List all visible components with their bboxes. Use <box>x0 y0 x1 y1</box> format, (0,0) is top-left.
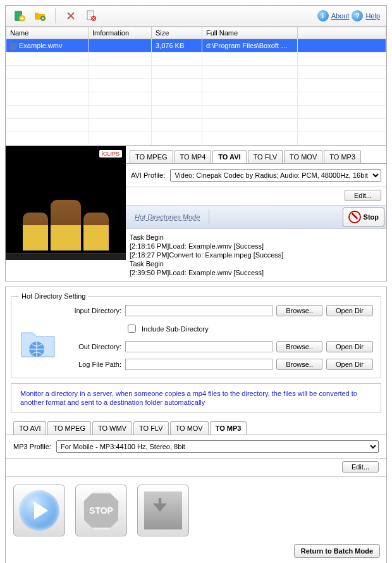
input-browse-button[interactable]: Browse.. <box>276 305 322 316</box>
output-big-button[interactable] <box>137 485 189 536</box>
return-batch-button[interactable]: Return to Batch Mode <box>294 544 380 558</box>
format-tabs: TO MPEGTO MP4TO AVITO FLVTO MOVTO MP3 <box>126 146 386 164</box>
film-plus-icon <box>13 9 26 22</box>
info-note: Monitor a directory in a server, when so… <box>11 383 381 412</box>
help-icon: ? <box>352 10 363 22</box>
toolbar: i About ? Help <box>6 6 386 27</box>
stop-icon <box>348 211 361 223</box>
preview-area: iCLIPS TO MPEGTO MP4TO AVITO FLVTO MOVTO… <box>6 145 386 281</box>
table-row[interactable]: Example.wmv3,076 KBd:\Program Files\Boxo… <box>6 39 386 53</box>
hot-directories-mode-button[interactable]: Hot Directories Mode <box>126 209 209 225</box>
profile-label: AVI Profile: <box>131 171 165 179</box>
about-link[interactable]: About <box>331 12 350 20</box>
watermark: iCLIPS <box>99 150 122 158</box>
log-path-field[interactable] <box>125 359 273 370</box>
play-big-button[interactable] <box>13 485 65 536</box>
clear-button[interactable] <box>81 8 101 23</box>
hot-directory-window: Hot Directory Setting Input Directory: B… <box>5 287 387 563</box>
tab-to-mpeg[interactable]: TO MPEG <box>130 150 173 163</box>
table-row[interactable] <box>6 132 386 145</box>
tab-to-flv[interactable]: TO FLV <box>248 150 283 163</box>
input-dir-field[interactable] <box>125 305 273 316</box>
video-preview[interactable]: iCLIPS <box>6 146 126 260</box>
folder-plus-icon <box>34 9 46 22</box>
column-header[interactable]: Name <box>6 27 89 39</box>
tab-to-mp3[interactable]: TO MP3 <box>324 150 361 163</box>
tab-to-mpeg[interactable]: TO MPEG <box>47 421 91 435</box>
format-tabs-2: TO AVITO MPEGTO WMVTO FLVTO MOVTO MP3 <box>6 418 386 435</box>
document-x-icon <box>85 9 97 22</box>
out-dir-field[interactable] <box>125 341 273 352</box>
table-row[interactable] <box>6 119 386 132</box>
profile-label-2: MP3 Profile: <box>13 443 51 450</box>
toolbar-separator <box>55 8 56 23</box>
out-open-button[interactable]: Open Dir <box>326 341 373 352</box>
column-header[interactable]: Imformation <box>89 27 152 39</box>
column-header[interactable]: Size <box>152 27 202 39</box>
help-link[interactable]: Help <box>365 12 380 20</box>
down-arrow-box-icon <box>144 492 182 529</box>
add-folder-button[interactable] <box>30 8 50 23</box>
table-row[interactable] <box>6 92 386 106</box>
edit-profile-button[interactable]: Edit... <box>345 190 381 201</box>
include-sub-label: Include Sub-Directory <box>142 325 209 333</box>
input-dir-label: Input Directory: <box>64 307 121 314</box>
tab-to-avi[interactable]: TO AVI <box>212 150 246 163</box>
log-path-label: Log File Path: <box>64 361 121 368</box>
input-open-button[interactable]: Open Dir <box>326 305 373 316</box>
about-icon: i <box>317 10 329 22</box>
folder-globe-icon <box>19 324 57 362</box>
log-open-button[interactable]: Open Dir <box>326 359 373 370</box>
column-header[interactable] <box>298 27 386 39</box>
stop-big-button[interactable]: STOP <box>75 485 127 536</box>
preview-progress[interactable] <box>6 253 126 260</box>
tab-to-avi[interactable]: TO AVI <box>13 421 46 435</box>
tab-to-wmv[interactable]: TO WMV <box>92 421 132 435</box>
fieldset-legend: Hot Directory Setting <box>19 292 88 300</box>
log-output: Task Begin [2:18:16 PM]Load: Example.wmv… <box>126 229 386 281</box>
delete-button[interactable] <box>61 8 81 23</box>
include-sub-checkbox[interactable] <box>128 325 136 333</box>
out-dir-label: Out Directory: <box>64 343 121 350</box>
file-table: NameImformationSizeFull Name Example.wmv… <box>6 27 386 145</box>
tab-to-flv[interactable]: TO FLV <box>133 421 169 435</box>
tab-to-mov[interactable]: TO MOV <box>170 421 209 435</box>
tab-to-mov[interactable]: TO MOV <box>284 150 322 163</box>
tab-to-mp3[interactable]: TO MP3 <box>210 421 247 435</box>
delete-icon <box>64 9 77 22</box>
hot-directory-fieldset: Hot Directory Setting Input Directory: B… <box>11 292 381 378</box>
edit-profile-button-2[interactable]: Edit... <box>342 461 379 473</box>
stop-button[interactable]: Stop <box>343 207 384 226</box>
table-row[interactable] <box>6 106 386 119</box>
table-row[interactable] <box>6 79 386 92</box>
main-window: i About ? Help NameImformationSizeFull N… <box>5 5 387 282</box>
profile-select[interactable]: Video: Cinepak Codec by Radius; Audio: P… <box>170 169 381 182</box>
table-row[interactable] <box>6 53 386 66</box>
out-browse-button[interactable]: Browse.. <box>276 341 322 352</box>
play-icon <box>19 490 59 531</box>
log-browse-button[interactable]: Browse.. <box>276 359 322 370</box>
add-file-button[interactable] <box>9 8 30 23</box>
stop-sign-icon: STOP <box>82 492 120 529</box>
profile-select-2[interactable]: For Mobile - MP3:44100 Hz, Stereo, 8bit <box>56 440 379 453</box>
column-header[interactable]: Full Name <box>202 27 298 39</box>
tab-to-mp4[interactable]: TO MP4 <box>175 150 212 163</box>
table-row[interactable] <box>6 66 386 79</box>
